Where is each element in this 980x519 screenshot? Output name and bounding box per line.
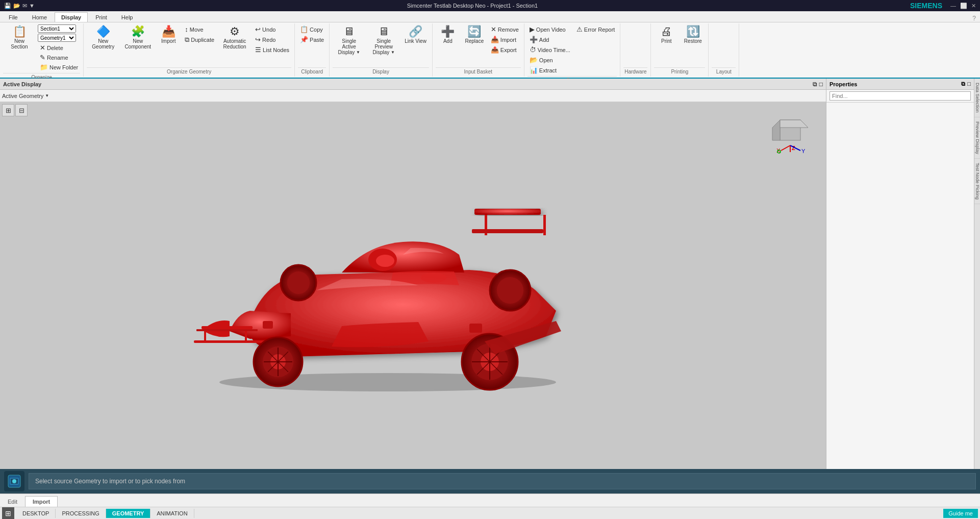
rename-button[interactable]: ✎ Rename: [38, 53, 80, 62]
properties-panel: Properties ⧉ □: [826, 79, 974, 469]
active-geometry-label: Active Geometry: [2, 93, 43, 99]
open-icon: 📂: [530, 56, 538, 64]
properties-icon-1[interactable]: ⧉: [961, 81, 965, 87]
tab-import[interactable]: Import: [25, 496, 58, 507]
animation-item[interactable]: ANIMATION: [150, 509, 194, 518]
data-selection-tab[interactable]: Data Selection: [974, 79, 981, 117]
properties-title: Properties: [830, 81, 857, 87]
geometry-dropdown-arrow[interactable]: ▼: [45, 93, 49, 98]
paste-button[interactable]: 📌 Paste: [298, 35, 326, 44]
geometry-dropdown[interactable]: Active Geometry ▼: [2, 93, 49, 99]
link-view-button[interactable]: 🔗 Link View: [402, 24, 429, 45]
tab-edit[interactable]: Edit: [0, 496, 25, 507]
new-folder-button[interactable]: 📁 New Folder: [38, 62, 80, 72]
maximize-button[interactable]: ⬜: [960, 3, 967, 9]
tab-display[interactable]: Display: [55, 12, 88, 22]
restore-button[interactable]: 🔃 Restore: [681, 24, 705, 45]
tab-help[interactable]: Help: [115, 12, 140, 22]
rename-icon: ✎: [40, 54, 45, 61]
single-active-display-button[interactable]: 🖥 Single ActiveDisplay ▼: [333, 24, 365, 57]
move-button[interactable]: ↕ Move: [183, 24, 216, 34]
test-node-picking-tab[interactable]: Test Node Picking: [974, 159, 981, 204]
video-time-icon: ⏱: [530, 46, 536, 54]
copy-icon: 📋: [300, 26, 308, 33]
svg-rect-34: [469, 324, 482, 333]
viewport-btn-1[interactable]: ⊞: [2, 104, 14, 116]
geometry-selector[interactable]: Geometry1: [38, 34, 76, 42]
quick-access-toolbar[interactable]: 💾 📂 ✉ ▼: [4, 3, 35, 9]
ribbon-group-display: 🖥 Single ActiveDisplay ▼ 🖥 Single Previe…: [330, 23, 433, 77]
list-nodes-button[interactable]: ☰ List Nodes: [253, 45, 291, 55]
print-button[interactable]: 🖨 Print: [654, 24, 679, 45]
mail-icon[interactable]: ✉: [22, 3, 27, 9]
active-display-title: Active Display: [3, 81, 41, 87]
duplicate-button[interactable]: ⧉ Duplicate: [183, 35, 216, 45]
properties-icon-2[interactable]: □: [967, 81, 971, 87]
restore-window-icon[interactable]: ⧉: [813, 81, 817, 88]
save-icon[interactable]: 💾: [4, 3, 11, 9]
data-add-icon: ➕: [530, 36, 538, 43]
extract-button[interactable]: 📊 Extract: [527, 65, 572, 75]
open-icon[interactable]: 📂: [13, 3, 20, 9]
tab-print[interactable]: Print: [89, 12, 114, 22]
auto-reduction-button[interactable]: ⚙ Automatic Reduction: [218, 24, 251, 51]
ribbon-group-input-basket: ➕ Add 🔄 Replace ✕ Remove 📥 Import 📤 Expo: [433, 23, 524, 77]
single-preview-display-button[interactable]: 🖥 Single PreviewDisplay ▼: [367, 24, 400, 57]
tab-file[interactable]: File: [2, 12, 24, 22]
delete-button[interactable]: ✕ Delete: [38, 43, 80, 53]
preview-display-tab[interactable]: Preview Display: [974, 117, 981, 159]
close-button[interactable]: ✕: [971, 3, 976, 9]
bottom-ribbon: ⊞ DESKTOP PROCESSING GEOMETRY ANIMATION …: [0, 507, 980, 519]
svg-rect-3: [543, 215, 546, 235]
svg-rect-8: [245, 331, 247, 341]
data-add-button[interactable]: ➕ Add: [527, 35, 572, 44]
new-component-button[interactable]: 🧩 New Component: [121, 24, 154, 51]
new-section-button[interactable]: 📋 New Section: [3, 24, 36, 51]
properties-content: [826, 103, 974, 469]
export-button[interactable]: 📤 Export: [489, 45, 521, 55]
remove-button[interactable]: ✕ Remove: [489, 24, 521, 34]
svg-point-31: [376, 255, 394, 267]
svg-line-40: [781, 145, 790, 151]
open-video-button[interactable]: ▶ Open Video: [527, 24, 572, 34]
undo-button[interactable]: ↩ Undo: [253, 24, 291, 34]
processing-item[interactable]: PROCESSING: [56, 509, 106, 518]
new-geometry-button[interactable]: 🔷 New Geometry: [87, 24, 119, 51]
print-icon: 🖨: [661, 26, 672, 37]
grid-menu-button[interactable]: ⊞: [2, 507, 14, 520]
add-icon: ➕: [441, 26, 455, 37]
replace-button[interactable]: 🔄 Replace: [462, 24, 487, 45]
add-button[interactable]: ➕ Add: [436, 24, 460, 45]
redo-button[interactable]: ↪ Redo: [253, 35, 291, 44]
svg-point-48: [12, 479, 16, 483]
section-selector[interactable]: Section1: [38, 24, 76, 33]
error-report-button[interactable]: ⚠ Error Report: [574, 24, 617, 34]
import-geometry-button[interactable]: 📥 Import: [156, 24, 181, 45]
window-controls[interactable]: — ⬜ ✕: [950, 3, 976, 9]
viewport-btn-2[interactable]: ⊟: [15, 104, 28, 116]
import-geometry-icon: 📥: [162, 26, 175, 37]
video-time-button[interactable]: ⏱ Video Time...: [527, 45, 572, 55]
ribbon: 📋 New Section Section1 Geometry1 ✕: [0, 22, 980, 79]
delete-icon: ✕: [40, 44, 45, 52]
ribbon-group-hardware: Hardware: [620, 23, 651, 77]
dropdown-arrow-icon[interactable]: ▼: [29, 3, 35, 9]
minimize-button[interactable]: —: [950, 3, 956, 9]
properties-search-input[interactable]: [830, 91, 971, 101]
geometry-item[interactable]: GEOMETRY: [106, 509, 151, 518]
viewport[interactable]: ⊞ ⊟: [0, 102, 826, 469]
bottom-area: Select source Geometry to import or to p…: [0, 469, 980, 519]
window-title: Simcenter Testlab Desktop Neo - Project1…: [35, 3, 910, 9]
duplicate-icon: ⧉: [185, 36, 189, 44]
maximize-window-icon[interactable]: □: [819, 81, 823, 88]
copy-button[interactable]: 📋 Copy: [298, 24, 326, 34]
properties-header: Properties ⧉ □: [826, 79, 974, 90]
basket-import-icon: 📥: [491, 36, 499, 43]
guide-me-button[interactable]: Guide me: [943, 509, 978, 518]
open-button[interactable]: 📂 Open: [527, 55, 572, 65]
basket-import-button[interactable]: 📥 Import: [489, 35, 521, 44]
viewport-toolbar: ⊞ ⊟: [2, 104, 28, 116]
tab-home[interactable]: Home: [26, 12, 54, 22]
desktop-item[interactable]: DESKTOP: [16, 509, 56, 518]
move-icon: ↕: [185, 26, 188, 33]
